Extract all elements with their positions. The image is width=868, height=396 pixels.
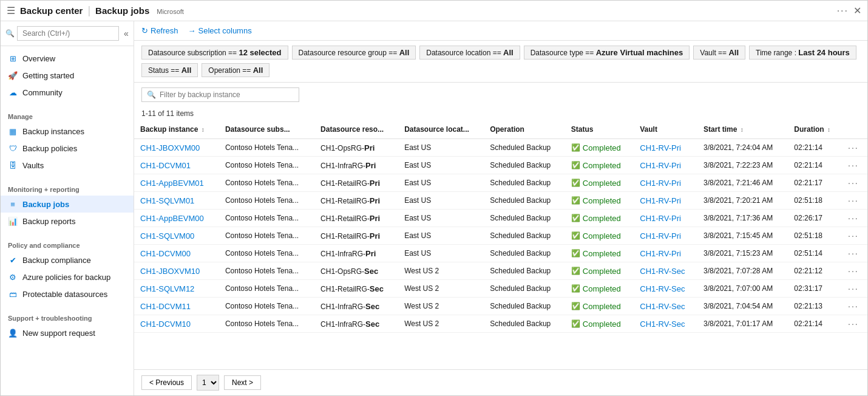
operation-cell: Scheduled Backup	[484, 245, 565, 262]
filter-datasource-loc[interactable]: Datasource location == All	[419, 46, 520, 60]
row-actions-button[interactable]: ···	[848, 319, 859, 329]
sidebar-item-backup-policies[interactable]: 🛡 Backup policies	[1, 140, 134, 157]
next-button[interactable]: Next >	[224, 375, 261, 390]
refresh-button[interactable]: ↻ Refresh	[141, 26, 178, 35]
row-actions-button[interactable]: ···	[848, 248, 859, 258]
collapse-button[interactable]: «	[121, 27, 131, 39]
row-actions-button[interactable]: ···	[848, 178, 859, 188]
sidebar-item-azure-policies[interactable]: ⚙ Azure policies for backup	[1, 268, 134, 285]
datasource-subs-cell: Contoso Hotels Tena...	[219, 192, 314, 210]
filter-datasource-rg[interactable]: Datasource resource group == All	[292, 46, 416, 60]
col-backup-instance[interactable]: Backup instance ↕	[134, 120, 219, 139]
close-button[interactable]: ✕	[853, 5, 861, 16]
vault-link[interactable]: CH1-RV-Sec	[640, 267, 685, 276]
sidebar-item-getting-started[interactable]: 🚀 Getting started	[1, 67, 134, 84]
vault-link[interactable]: CH1-RV-Pri	[640, 214, 681, 223]
monitoring-section-label: Monitoring + reporting	[1, 181, 134, 196]
backup-instance-link[interactable]: CH1-AppBEVM01	[140, 179, 204, 188]
col-start-time[interactable]: Start time ↕	[697, 120, 788, 139]
row-actions-button[interactable]: ···	[848, 143, 859, 152]
search-filter-input[interactable]	[160, 90, 294, 99]
support-section-label: Support + troubleshooting	[1, 310, 134, 324]
vault-link[interactable]: CH1-RV-Sec	[640, 302, 685, 311]
vault-link[interactable]: CH1-RV-Pri	[640, 249, 681, 258]
backup-instance-link[interactable]: CH1-JBOXVM00	[140, 143, 200, 152]
table-row: CH1-SQLVM00Contoso Hotels Tena...CH1-Ret…	[134, 227, 867, 245]
filter-status[interactable]: Status == All	[141, 63, 198, 77]
backup-instance-link[interactable]: CH1-JBOXVM10	[140, 267, 200, 276]
status-text: Completed	[583, 161, 621, 170]
status-completed-icon: ✅	[571, 302, 580, 310]
backup-instance-link[interactable]: CH1-DCVM00	[140, 249, 191, 258]
datasource-locat-cell: East US	[398, 227, 484, 245]
status-cell: ✅Completed	[571, 319, 628, 329]
sidebar-item-label: Backup instances	[22, 127, 84, 136]
table-row: CH1-DCVM01Contoso Hotels Tena...CH1-Infr…	[134, 157, 867, 174]
backup-jobs-table: Backup instance ↕ Datasource subs... Dat…	[134, 120, 867, 333]
search-input[interactable]	[17, 26, 119, 41]
status-completed-icon: ✅	[571, 319, 580, 328]
row-actions-button[interactable]: ···	[848, 196, 859, 205]
page-select[interactable]: 1	[197, 375, 219, 391]
duration-cell: 02:21:17	[788, 174, 842, 192]
datasource-locat-cell: East US	[398, 245, 484, 262]
sidebar-item-backup-instances[interactable]: ▦ Backup instances	[1, 123, 134, 140]
filter-datasource-sub[interactable]: Datasource subscription == 12 selected	[141, 46, 288, 60]
sidebar-item-vaults[interactable]: 🗄 Vaults	[1, 157, 134, 174]
backup-instance-link[interactable]: CH1-DCVM11	[140, 302, 191, 311]
backup-instance-link[interactable]: CH1-SQLVM01	[140, 196, 194, 205]
filter-time-range[interactable]: Time range : Last 24 hours	[749, 46, 856, 60]
vault-link[interactable]: CH1-RV-Pri	[640, 196, 681, 205]
flag-icon: 🚀	[8, 70, 18, 80]
filter-operation[interactable]: Operation == All	[202, 63, 270, 77]
backup-instance-link[interactable]: CH1-DCVM10	[140, 319, 191, 329]
sidebar-item-protectable-datasources[interactable]: 🗃 Protectable datasources	[1, 285, 134, 302]
sidebar-item-overview[interactable]: ⊞ Overview	[1, 50, 134, 67]
table-row: CH1-SQLVM01Contoso Hotels Tena...CH1-Ret…	[134, 192, 867, 210]
options-button[interactable]: ···	[837, 5, 849, 16]
select-columns-button[interactable]: → Select columns	[188, 26, 252, 35]
col-duration[interactable]: Duration ↕	[788, 120, 842, 139]
previous-button[interactable]: < Previous	[141, 375, 192, 390]
backup-instance-link[interactable]: CH1-DCVM01	[140, 161, 191, 170]
table-row: CH1-AppBEVM00Contoso Hotels Tena...CH1-R…	[134, 210, 867, 227]
datasource-reso-cell: CH1-RetailRG-Pri	[314, 192, 398, 210]
vault-link[interactable]: CH1-RV-Pri	[640, 161, 681, 170]
sidebar-item-backup-compliance[interactable]: ✔ Backup compliance	[1, 251, 134, 268]
sidebar-item-new-support-request[interactable]: 👤 New support request	[1, 324, 134, 341]
vault-link[interactable]: CH1-RV-Sec	[640, 284, 685, 293]
row-actions-button[interactable]: ···	[848, 301, 859, 311]
vault-link[interactable]: CH1-RV-Sec	[640, 319, 685, 329]
row-actions-button[interactable]: ···	[848, 213, 859, 223]
status-text: Completed	[583, 231, 621, 241]
manage-section-label: Manage	[1, 108, 134, 123]
backup-instance-link[interactable]: CH1-SQLVM00	[140, 231, 194, 241]
result-count: 1-11 of 11 items	[134, 107, 867, 120]
vault-link[interactable]: CH1-RV-Pri	[640, 179, 681, 188]
hamburger-icon[interactable]: ☰	[7, 5, 15, 16]
filter-vault[interactable]: Vault == All	[693, 46, 745, 60]
backup-instance-link[interactable]: CH1-AppBEVM00	[140, 214, 204, 223]
policy-icon: ⚙	[8, 272, 18, 282]
status-text: Completed	[583, 196, 621, 205]
duration-cell: 02:21:14	[788, 315, 842, 333]
start-time-cell: 3/8/2021, 7:07:00 AM	[697, 280, 788, 298]
row-actions-button[interactable]: ···	[848, 284, 859, 293]
status-completed-icon: ✅	[571, 284, 580, 293]
row-actions-button[interactable]: ···	[848, 231, 859, 241]
sidebar: 🔍 « ⊞ Overview 🚀 Getting started ☁ Commu…	[1, 21, 134, 395]
sidebar-item-backup-jobs[interactable]: ≡ Backup jobs	[1, 196, 134, 213]
vault-link[interactable]: CH1-RV-Pri	[640, 143, 681, 152]
status-text: Completed	[583, 302, 621, 311]
toolbar: ↻ Refresh → Select columns	[134, 21, 867, 41]
row-actions-button[interactable]: ···	[848, 160, 859, 170]
vault-link[interactable]: CH1-RV-Pri	[640, 231, 681, 241]
status-completed-icon: ✅	[571, 143, 580, 152]
backup-instance-link[interactable]: CH1-SQLVM12	[140, 284, 194, 293]
datasource-reso-cell: CH1-InfraRG-Pri	[314, 157, 398, 174]
row-actions-button[interactable]: ···	[848, 266, 859, 276]
sidebar-item-community[interactable]: ☁ Community	[1, 84, 134, 101]
filter-datasource-type[interactable]: Datasource type == Azure Virtual machine…	[524, 46, 690, 60]
sidebar-item-backup-reports[interactable]: 📊 Backup reports	[1, 213, 134, 230]
col-datasource-locat: Datasource locat...	[398, 120, 484, 139]
